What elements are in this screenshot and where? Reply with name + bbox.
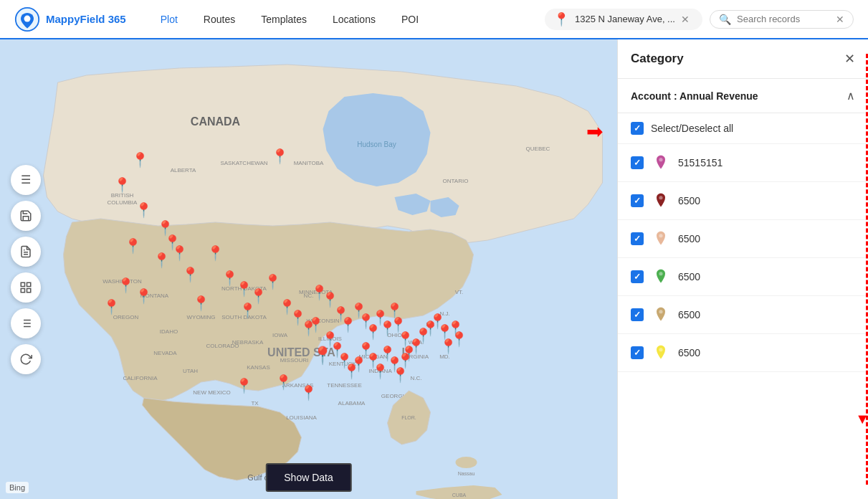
svg-rect-6 [27,288,31,292]
nav-item-templates[interactable]: Templates [248,0,320,39]
red-arrow-indicator: ➡ [586,120,603,143]
item-6-pin-icon [652,344,669,361]
grid-button[interactable] [11,272,41,303]
list-button[interactable] [11,308,41,338]
map-pin-60[interactable]: 📍 [300,384,318,401]
category-item-4[interactable]: 6500 [618,258,868,296]
map-area[interactable]: Gulf of Mexico Hudson Bay CANADA BRITISH… [0,39,617,499]
svg-point-1 [24,15,31,22]
item-2-pin-icon [652,192,669,209]
map-pin-5[interactable]: 📍 [124,237,142,255]
svg-rect-7 [21,288,24,292]
item-5-checkbox[interactable] [631,308,644,321]
map-pin-3[interactable]: 📍 [135,201,153,219]
item-3-pin-icon [652,230,669,247]
logo-text: MappyField 365 [46,13,126,25]
svg-rect-5 [27,282,31,286]
item-6-checkbox[interactable] [631,346,644,359]
category-item-3[interactable]: 6500 [618,220,868,258]
category-items-list: 51515151 6500 6500 [618,144,868,499]
select-all-row[interactable]: Select/Deselect all [618,113,868,144]
map-svg: Gulf of Mexico Hudson Bay CANADA BRITISH… [0,39,617,499]
map-pin-13[interactable]: 📍 [192,295,210,312]
svg-text:TX: TX [251,400,259,407]
refresh-button[interactable] [11,344,41,374]
nav-bar: Plot Routes Templates Locations POI [148,0,545,38]
bing-watermark: Bing [6,482,29,493]
nav-item-plot[interactable]: Plot [148,0,191,39]
nav-item-routes[interactable]: Routes [191,0,248,39]
map-pin-20[interactable]: 📍 [271,148,289,165]
map-pin-45[interactable]: 📍 [450,331,468,348]
svg-text:UTAH: UTAH [183,368,198,374]
svg-text:CANADA: CANADA [191,115,241,128]
map-pin-6[interactable]: 📍 [153,252,171,269]
save-button[interactable] [11,201,41,231]
map-pin-10[interactable]: 📍 [117,277,135,294]
map-pin-2[interactable]: 📍 [113,176,131,194]
item-4-checkbox[interactable] [631,270,644,283]
svg-text:IOWA: IOWA [272,332,288,338]
svg-text:ALBERTA: ALBERTA [171,167,196,174]
svg-text:MANITOBA: MANITOBA [294,160,324,166]
nav-item-poi[interactable]: POI [388,0,431,39]
account-section[interactable]: Account : Annual Revenue ∧ [618,79,868,113]
account-chevron-icon[interactable]: ∧ [846,89,855,103]
svg-text:NEBRASKA: NEBRASKA [232,339,264,346]
map-pin-19[interactable]: 📍 [264,273,282,290]
category-header: Category ✕ [618,39,868,79]
item-3-label: 6500 [678,233,700,244]
item-1-checkbox[interactable] [631,156,644,169]
category-item-1[interactable]: 51515151 [618,144,868,182]
search-bar: 🔍 ✕ [710,10,854,29]
map-pin-14[interactable]: 📍 [206,244,224,262]
menu-button[interactable]: ☰ [11,165,41,195]
account-label: Account : Annual Revenue [631,90,758,102]
nav-item-locations[interactable]: Locations [320,0,388,39]
map-pin-8[interactable]: 📍 [171,244,189,262]
logo-area: MappyField 365 [14,6,126,32]
svg-text:NEW MEXICO: NEW MEXICO [193,389,230,396]
svg-text:SASKATCHEWAN: SASKATCHEWAN [220,160,267,166]
item-4-pin-icon [652,268,669,285]
search-close-icon[interactable]: ✕ [836,14,844,25]
svg-text:Nassau: Nassau [458,471,475,476]
map-pin-59[interactable]: 📍 [275,374,292,391]
category-item-6[interactable]: 6500 [618,334,868,372]
svg-text:ALABAMA: ALABAMA [338,400,366,407]
svg-text:QUEBEC: QUEBEC [526,146,550,152]
item-1-pin-icon [652,154,669,171]
select-all-checkbox[interactable] [631,122,644,135]
location-text: 1325 N Janeway Ave, ... [575,14,675,24]
map-pin-58[interactable]: 📍 [235,377,253,394]
category-item-5[interactable]: 6500 [618,296,868,334]
svg-point-72 [659,272,662,275]
svg-text:Hudson Bay: Hudson Bay [357,141,396,148]
category-item-2[interactable]: 6500 [618,182,868,220]
svg-text:CALIFORNIA: CALIFORNIA [123,375,158,381]
svg-text:VT.: VT. [455,289,464,295]
item-3-checkbox[interactable] [631,232,644,245]
map-pin-9[interactable]: 📍 [181,266,199,283]
svg-point-71 [659,234,662,237]
logo-icon [14,6,40,32]
location-close-icon[interactable]: ✕ [681,14,690,25]
svg-text:IDAHO: IDAHO [160,328,178,335]
map-pin-57[interactable]: 📍 [396,352,414,369]
svg-text:N.C.: N.C. [411,375,422,381]
header: MappyField 365 Plot Routes Templates Loc… [0,0,868,39]
svg-text:LOUISIANA: LOUISIANA [286,414,317,421]
search-input[interactable] [737,14,830,24]
show-data-button[interactable]: Show Data [265,463,351,492]
category-title: Category [631,52,684,66]
map-pin-1[interactable]: 📍 [131,151,149,168]
item-6-label: 6500 [678,347,700,358]
category-close-button[interactable]: ✕ [844,51,855,67]
doc-button[interactable] [11,237,41,267]
map-pin-center[interactable]: 📍 [312,346,333,366]
map-pin-11[interactable]: 📍 [135,287,153,305]
item-2-checkbox[interactable] [631,194,644,207]
category-panel: Category ✕ Account : Annual Revenue ∧ Se… [617,39,868,499]
map-pin-12[interactable]: 📍 [102,298,120,315]
svg-point-70 [659,196,662,199]
